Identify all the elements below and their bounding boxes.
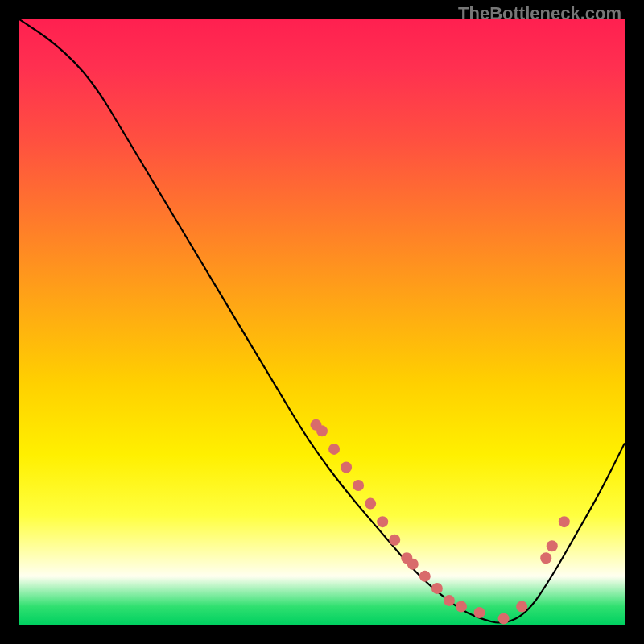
data-marker xyxy=(516,601,527,612)
attribution-watermark: TheBottleneck.com xyxy=(458,3,621,24)
data-marker xyxy=(328,444,340,455)
data-marker xyxy=(377,516,388,527)
data-marker xyxy=(365,498,376,510)
data-marker xyxy=(407,559,419,570)
chart-svg xyxy=(19,19,625,625)
data-marker xyxy=(456,601,467,612)
data-marker xyxy=(316,425,328,436)
data-marker xyxy=(474,607,485,618)
data-marker xyxy=(431,583,443,594)
data-marker xyxy=(444,595,455,606)
chart-plot-area xyxy=(19,19,625,625)
bottleneck-curve-path xyxy=(19,19,625,622)
data-marker xyxy=(540,552,551,564)
data-marker xyxy=(341,461,352,473)
data-marker xyxy=(419,571,431,582)
data-marker xyxy=(498,613,510,624)
data-marker xyxy=(547,540,558,551)
data-marker xyxy=(559,516,570,527)
data-marker xyxy=(389,535,400,546)
data-marker xyxy=(353,480,364,491)
bottleneck-curve-line xyxy=(19,19,625,622)
